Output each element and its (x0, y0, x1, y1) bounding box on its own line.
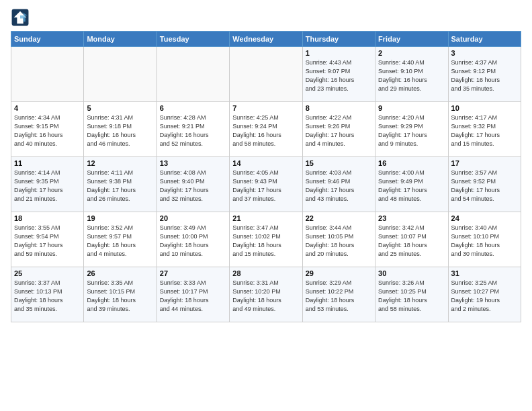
day-info: Sunrise: 3:57 AM Sunset: 9:52 PM Dayligh… (451, 169, 518, 203)
day-info: Sunrise: 4:03 AM Sunset: 9:46 PM Dayligh… (306, 169, 372, 203)
day-cell: 19Sunrise: 3:52 AM Sunset: 9:57 PM Dayli… (84, 212, 157, 267)
day-number: 13 (160, 159, 226, 167)
day-info: Sunrise: 3:47 AM Sunset: 10:02 PM Daylig… (232, 224, 299, 259)
day-cell: 5Sunrise: 4:31 AM Sunset: 9:18 PM Daylig… (84, 102, 157, 157)
day-cell: 2Sunrise: 4:40 AM Sunset: 9:10 PM Daylig… (375, 47, 448, 102)
day-info: Sunrise: 3:33 AM Sunset: 10:17 PM Daylig… (160, 279, 226, 314)
day-cell: 16Sunrise: 4:00 AM Sunset: 9:49 PM Dayli… (375, 157, 448, 212)
calendar-table: SundayMondayTuesdayWednesdayThursdayFrid… (11, 31, 521, 322)
day-info: Sunrise: 3:49 AM Sunset: 10:00 PM Daylig… (160, 224, 226, 259)
day-cell: 1Sunrise: 4:43 AM Sunset: 9:07 PM Daylig… (302, 47, 375, 102)
day-info: Sunrise: 4:20 AM Sunset: 9:29 PM Dayligh… (378, 113, 445, 148)
day-cell: 6Sunrise: 4:28 AM Sunset: 9:21 PM Daylig… (157, 102, 229, 157)
day-info: Sunrise: 4:14 AM Sunset: 9:35 PM Dayligh… (14, 169, 81, 203)
day-number: 16 (378, 159, 445, 167)
day-number: 30 (378, 269, 445, 277)
day-info: Sunrise: 4:37 AM Sunset: 9:12 PM Dayligh… (451, 58, 518, 93)
day-info: Sunrise: 3:40 AM Sunset: 10:10 PM Daylig… (451, 224, 518, 259)
day-info: Sunrise: 4:11 AM Sunset: 9:38 PM Dayligh… (87, 169, 153, 203)
day-cell: 28Sunrise: 3:31 AM Sunset: 10:20 PM Dayl… (230, 267, 302, 322)
day-cell: 26Sunrise: 3:35 AM Sunset: 10:15 PM Dayl… (84, 267, 157, 322)
day-number: 6 (160, 104, 226, 112)
day-cell: 4Sunrise: 4:34 AM Sunset: 9:15 PM Daylig… (11, 102, 84, 157)
day-info: Sunrise: 3:25 AM Sunset: 10:27 PM Daylig… (451, 279, 518, 314)
week-row-3: 18Sunrise: 3:55 AM Sunset: 9:54 PM Dayli… (11, 212, 521, 267)
day-cell: 11Sunrise: 4:14 AM Sunset: 9:35 PM Dayli… (11, 157, 84, 212)
header-cell-tuesday: Tuesday (157, 32, 229, 47)
day-number: 2 (378, 49, 445, 57)
day-info: Sunrise: 4:31 AM Sunset: 9:18 PM Dayligh… (87, 113, 153, 148)
day-number: 26 (87, 269, 153, 277)
day-cell: 10Sunrise: 4:17 AM Sunset: 9:32 PM Dayli… (448, 102, 521, 157)
day-info: Sunrise: 3:35 AM Sunset: 10:15 PM Daylig… (87, 279, 153, 314)
day-cell: 24Sunrise: 3:40 AM Sunset: 10:10 PM Dayl… (448, 212, 521, 267)
day-number: 10 (451, 104, 518, 112)
day-info: Sunrise: 3:42 AM Sunset: 10:07 PM Daylig… (378, 224, 445, 259)
day-cell: 7Sunrise: 4:25 AM Sunset: 9:24 PM Daylig… (230, 102, 302, 157)
header-cell-thursday: Thursday (302, 32, 375, 47)
day-cell: 9Sunrise: 4:20 AM Sunset: 9:29 PM Daylig… (375, 102, 448, 157)
day-number: 11 (14, 159, 81, 167)
day-number: 20 (160, 214, 226, 222)
day-cell: 31Sunrise: 3:25 AM Sunset: 10:27 PM Dayl… (448, 267, 521, 322)
day-number: 17 (451, 159, 518, 167)
day-cell: 3Sunrise: 4:37 AM Sunset: 9:12 PM Daylig… (448, 47, 521, 102)
day-info: Sunrise: 3:26 AM Sunset: 10:25 PM Daylig… (378, 279, 445, 314)
day-cell: 8Sunrise: 4:22 AM Sunset: 9:26 PM Daylig… (302, 102, 375, 157)
day-cell (84, 47, 157, 102)
calendar-header: SundayMondayTuesdayWednesdayThursdayFrid… (11, 32, 521, 47)
day-cell: 29Sunrise: 3:29 AM Sunset: 10:22 PM Dayl… (302, 267, 375, 322)
day-info: Sunrise: 4:22 AM Sunset: 9:26 PM Dayligh… (306, 113, 372, 148)
header-cell-sunday: Sunday (11, 32, 84, 47)
header-cell-friday: Friday (375, 32, 448, 47)
day-number: 14 (232, 159, 299, 167)
day-number: 29 (306, 269, 372, 277)
day-number: 23 (378, 214, 445, 222)
day-info: Sunrise: 3:31 AM Sunset: 10:20 PM Daylig… (232, 279, 299, 314)
day-number: 15 (306, 159, 372, 167)
week-row-2: 11Sunrise: 4:14 AM Sunset: 9:35 PM Dayli… (11, 157, 521, 212)
day-cell (230, 47, 302, 102)
header-cell-monday: Monday (84, 32, 157, 47)
day-cell: 22Sunrise: 3:44 AM Sunset: 10:05 PM Dayl… (302, 212, 375, 267)
day-cell: 12Sunrise: 4:11 AM Sunset: 9:38 PM Dayli… (84, 157, 157, 212)
day-info: Sunrise: 3:29 AM Sunset: 10:22 PM Daylig… (306, 279, 372, 314)
day-info: Sunrise: 3:37 AM Sunset: 10:13 PM Daylig… (14, 279, 81, 314)
day-number: 18 (14, 214, 81, 222)
logo-icon (11, 8, 30, 27)
header (11, 8, 521, 27)
day-info: Sunrise: 4:17 AM Sunset: 9:32 PM Dayligh… (451, 113, 518, 148)
day-number: 31 (451, 269, 518, 277)
day-info: Sunrise: 4:34 AM Sunset: 9:15 PM Dayligh… (14, 113, 81, 148)
week-row-1: 4Sunrise: 4:34 AM Sunset: 9:15 PM Daylig… (11, 102, 521, 157)
header-row: SundayMondayTuesdayWednesdayThursdayFrid… (11, 32, 521, 47)
day-cell: 18Sunrise: 3:55 AM Sunset: 9:54 PM Dayli… (11, 212, 84, 267)
day-cell (11, 47, 84, 102)
day-number: 28 (232, 269, 299, 277)
day-info: Sunrise: 4:28 AM Sunset: 9:21 PM Dayligh… (160, 113, 226, 148)
day-cell: 30Sunrise: 3:26 AM Sunset: 10:25 PM Dayl… (375, 267, 448, 322)
day-cell (157, 47, 229, 102)
day-number: 7 (232, 104, 299, 112)
day-number: 4 (14, 104, 81, 112)
day-cell: 25Sunrise: 3:37 AM Sunset: 10:13 PM Dayl… (11, 267, 84, 322)
calendar-body: 1Sunrise: 4:43 AM Sunset: 9:07 PM Daylig… (11, 47, 521, 322)
day-number: 8 (306, 104, 372, 112)
header-cell-wednesday: Wednesday (230, 32, 302, 47)
day-cell: 14Sunrise: 4:05 AM Sunset: 9:43 PM Dayli… (230, 157, 302, 212)
day-info: Sunrise: 3:55 AM Sunset: 9:54 PM Dayligh… (14, 224, 81, 259)
day-number: 21 (232, 214, 299, 222)
day-info: Sunrise: 4:08 AM Sunset: 9:40 PM Dayligh… (160, 169, 226, 203)
day-number: 9 (378, 104, 445, 112)
day-info: Sunrise: 4:05 AM Sunset: 9:43 PM Dayligh… (232, 169, 299, 203)
day-number: 25 (14, 269, 81, 277)
header-cell-saturday: Saturday (448, 32, 521, 47)
week-row-0: 1Sunrise: 4:43 AM Sunset: 9:07 PM Daylig… (11, 47, 521, 102)
day-number: 12 (87, 159, 153, 167)
day-cell: 21Sunrise: 3:47 AM Sunset: 10:02 PM Dayl… (230, 212, 302, 267)
week-row-4: 25Sunrise: 3:37 AM Sunset: 10:13 PM Dayl… (11, 267, 521, 322)
day-info: Sunrise: 3:52 AM Sunset: 9:57 PM Dayligh… (87, 224, 153, 259)
day-number: 22 (306, 214, 372, 222)
day-cell: 23Sunrise: 3:42 AM Sunset: 10:07 PM Dayl… (375, 212, 448, 267)
page-container: SundayMondayTuesdayWednesdayThursdayFrid… (0, 0, 532, 328)
